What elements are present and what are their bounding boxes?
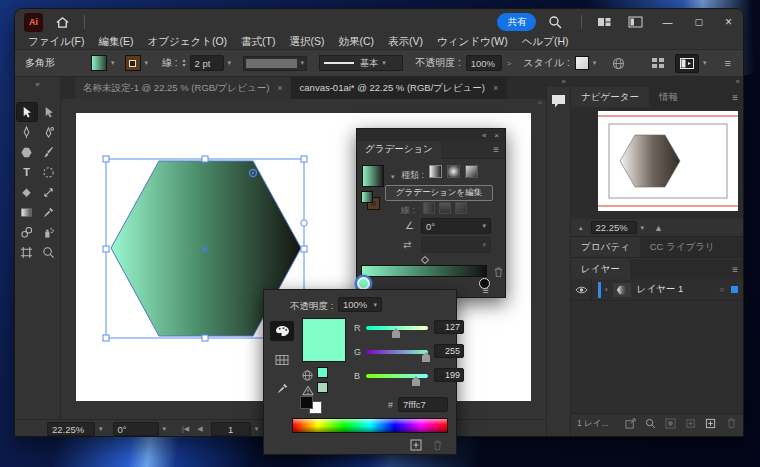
style-chevron-icon[interactable]: ▾ (593, 59, 597, 67)
channel-g-value[interactable]: 255 (434, 344, 464, 358)
eyedropper-icon[interactable] (270, 378, 294, 398)
navigator-zoom-chevron-icon[interactable]: ▾ (641, 224, 645, 232)
layer-visibility-eye-icon[interactable] (571, 285, 591, 295)
width-profile-dropdown[interactable]: ▾ (243, 56, 307, 71)
document-tab-untitled[interactable]: 名称未設定-1 @ 22.25 % (RGB/プレビュー) × (75, 77, 292, 99)
workspace-chevron-icon[interactable]: ▾ (703, 59, 707, 67)
eyedropper-tool[interactable] (39, 203, 59, 221)
rotate-tool[interactable] (39, 163, 59, 181)
reverse-gradient-icon[interactable]: ⇄ (403, 239, 411, 250)
layer-selected-indicator[interactable] (731, 286, 738, 293)
navigator-zoom-field[interactable]: 22.25% (591, 221, 637, 234)
opacity-field[interactable]: 100% (466, 55, 502, 71)
stroke-weight-field[interactable]: 2 pt (190, 55, 224, 71)
curvature-tool[interactable] (39, 123, 59, 141)
swatches-icon[interactable] (270, 350, 294, 370)
tab-close-icon[interactable]: × (493, 83, 498, 93)
stroke-chevron-icon[interactable]: ▾ (145, 59, 149, 67)
blend-tool[interactable] (17, 223, 37, 241)
rotation-chevron-icon[interactable]: ▾ (163, 425, 167, 433)
fill-chevron-icon[interactable]: ▾ (111, 59, 115, 67)
close-button[interactable]: × (714, 15, 744, 29)
artboard-number-field[interactable]: 1 (211, 422, 251, 436)
type-tool[interactable]: T (17, 163, 37, 181)
delete-stop-icon[interactable] (493, 264, 504, 282)
illustrator-app-icon[interactable]: Ai (24, 13, 43, 32)
navigator-preview[interactable] (571, 107, 744, 219)
prev-artboard-icon[interactable]: ◀ (197, 425, 202, 433)
stroke-weight-chevron-icon[interactable]: ▾ (228, 59, 232, 67)
strip-collapse-icon[interactable]: « (547, 77, 570, 87)
side-widget-handle[interactable] (301, 220, 307, 226)
search-icon[interactable] (548, 15, 562, 29)
menu-edit[interactable]: 編集(E) (91, 35, 140, 49)
web-safe-swatch[interactable] (317, 367, 328, 378)
tab-properties[interactable]: プロパティ (571, 237, 640, 257)
scrollbar-collapse-icon[interactable]: ^ (538, 99, 542, 108)
delete-layer-icon[interactable] (726, 415, 737, 433)
maximize-button[interactable]: ▢ (683, 17, 714, 27)
symbol-sprayer-tool[interactable] (39, 223, 59, 241)
gradient-options-icon[interactable]: ≡ (483, 285, 489, 296)
freeform-gradient-type-button[interactable] (465, 165, 478, 178)
gradient-fill-proxy[interactable] (361, 191, 373, 203)
channel-r-value[interactable]: 127 (434, 320, 464, 334)
add-to-swatches-icon[interactable] (410, 437, 422, 455)
channel-b-slider[interactable] (366, 374, 428, 378)
gamut-warning-swatch[interactable] (317, 382, 328, 393)
layer-target-icon[interactable]: ○ (719, 285, 724, 294)
brush-definition-dropdown[interactable]: 基本▾ (319, 55, 403, 71)
navigator-menu-icon[interactable]: ≡ (732, 92, 744, 103)
menu-file[interactable]: ファイル(F) (21, 35, 91, 49)
new-sublayer-icon[interactable] (685, 415, 696, 433)
rotation-field[interactable]: 0° (113, 422, 159, 436)
delete-color-icon[interactable] (432, 437, 443, 455)
layer-expand-chevron-icon[interactable]: › (605, 285, 608, 294)
selection-tool[interactable] (17, 103, 37, 121)
gradient-panel-menu-icon[interactable]: ≡ (493, 144, 505, 155)
gradient-midpoint-handle[interactable] (421, 256, 429, 264)
menu-view[interactable]: 表示(V) (381, 35, 430, 49)
comments-panel-icon[interactable] (550, 93, 568, 113)
panel-workspace-icon[interactable] (675, 54, 699, 73)
hex-field[interactable]: 7fffc7 (398, 397, 448, 412)
direct-selection-tool[interactable] (39, 103, 59, 121)
menu-effect[interactable]: 効果(C) (331, 35, 381, 49)
collect-for-export-icon[interactable] (625, 415, 636, 433)
tab-navigator[interactable]: ナビゲーター (571, 87, 649, 107)
popup-opacity-field[interactable]: 100%▾ (338, 297, 382, 312)
document-tab-canvas01[interactable]: canvas-01ai* @ 22.25 % (RGB/プレビュー) × (292, 77, 508, 99)
minimize-button[interactable]: — (651, 17, 683, 28)
polygon-shape-tool[interactable] (17, 143, 37, 161)
paintbrush-tool[interactable] (39, 143, 59, 161)
style-swatch[interactable] (575, 56, 589, 70)
layer-thumbnail[interactable] (613, 283, 631, 297)
menu-help[interactable]: ヘルプ(H) (515, 35, 576, 49)
opacity-submenu-icon[interactable]: > (507, 59, 512, 68)
tab-info[interactable]: 情報 (649, 87, 688, 107)
edit-gradient-button[interactable]: グラデーションを編集 (385, 185, 493, 201)
menu-type[interactable]: 書式(T) (234, 35, 282, 49)
workspace-switcher-icon[interactable] (628, 16, 643, 28)
new-layer-icon[interactable] (705, 415, 716, 433)
tab-close-icon[interactable]: × (277, 83, 282, 93)
controlbar-menu-icon[interactable]: ≡ (725, 57, 731, 69)
color-spectrum-bar[interactable] (292, 418, 448, 433)
tab-cc-libraries[interactable]: CC ライブラリ (640, 237, 725, 257)
stroke-weight-stepper[interactable]: ▴▾ (183, 58, 186, 68)
zoom-chevron-icon[interactable]: ▾ (99, 425, 103, 433)
radial-gradient-type-button[interactable] (447, 165, 460, 178)
fill-swatch[interactable] (91, 55, 107, 71)
gradient-thumb-chevron-icon[interactable]: ▾ (391, 173, 395, 181)
object-center-point[interactable] (203, 247, 208, 252)
menu-window[interactable]: ウィンドウ(W) (430, 35, 515, 49)
gradient-thumbnail[interactable] (362, 165, 384, 187)
stroke-swatch[interactable] (125, 55, 141, 71)
share-button[interactable]: 共有 (497, 13, 536, 31)
panel-collapse-icon[interactable]: « (482, 131, 486, 140)
menu-select[interactable]: 選択(S) (282, 35, 331, 49)
toolbar-collapse-icon[interactable]: « (15, 77, 60, 89)
menu-object[interactable]: オブジェクト(O) (140, 35, 234, 49)
gradient-slider[interactable] (361, 265, 487, 277)
color-mixer-icon[interactable] (270, 321, 294, 341)
